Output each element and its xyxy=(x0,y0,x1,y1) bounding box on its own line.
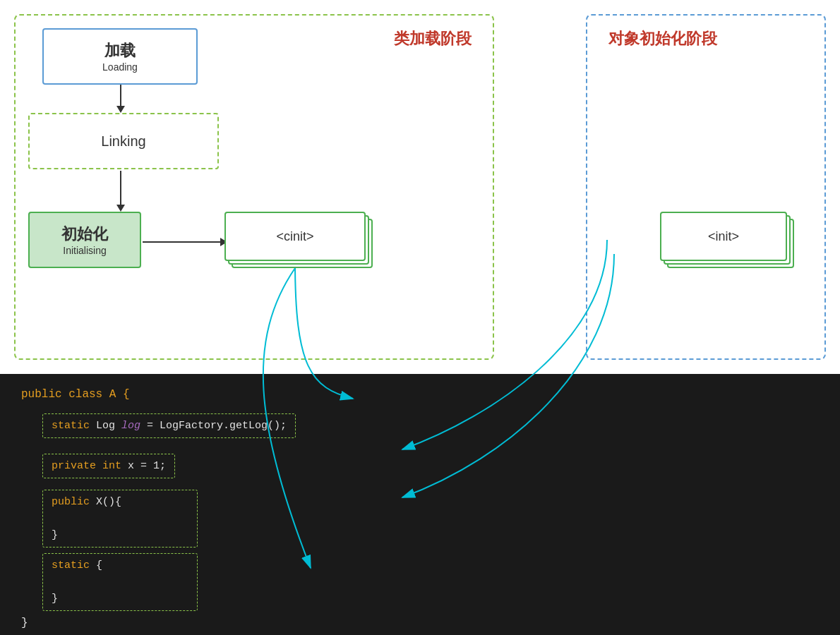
initialising-zh: 初始化 xyxy=(61,224,108,245)
object-init-stage: 对象初始化阶段 xyxy=(586,14,826,360)
code-instance-field-block: private int x = 1; xyxy=(42,448,819,484)
loading-en: Loading xyxy=(102,61,138,73)
arrow-loading-linking xyxy=(116,85,125,113)
code-static-block-wrapper: static { } xyxy=(42,553,819,611)
loading-zh: 加载 xyxy=(104,40,136,61)
cinit-label: <cinit> xyxy=(276,229,313,244)
code-inner: static Log log = LogFactory.getLog(); pr… xyxy=(42,408,819,611)
code-class-declaration: public class A { xyxy=(21,388,819,401)
init-label: <init> xyxy=(708,229,739,244)
class-loading-label: 类加载阶段 xyxy=(394,28,472,49)
code-instance-field: private int x = 1; xyxy=(42,454,175,478)
object-init-label: 对象初始化阶段 xyxy=(608,28,717,49)
arrow-linking-init xyxy=(116,171,125,212)
loading-box: 加载 Loading xyxy=(42,28,198,85)
arrow-init-cinit xyxy=(143,238,227,246)
code-static-block: static { } xyxy=(42,553,198,611)
init-box: <init> xyxy=(660,212,787,261)
diagram-container: 类加载阶段 对象初始化阶段 加载 Loading Linking 初始化 Ini… xyxy=(0,0,840,635)
linking-box: Linking xyxy=(28,113,219,169)
init-stack: <init> xyxy=(660,212,787,261)
linking-en: Linking xyxy=(101,133,145,150)
code-constructor: public X(){ } xyxy=(42,490,198,548)
code-static-field-block: static Log log = LogFactory.getLog(); xyxy=(42,408,819,444)
cinit-box: <cinit> xyxy=(224,212,366,261)
cinit-stack: <cinit> xyxy=(224,212,366,261)
initialising-box: 初始化 Initialising xyxy=(28,212,141,268)
code-closing: } xyxy=(21,617,819,629)
initialising-en: Initialising xyxy=(63,245,106,256)
code-constructor-block: public X(){ } xyxy=(42,490,819,548)
code-static-field: static Log log = LogFactory.getLog(); xyxy=(42,413,296,438)
code-section: public class A { static Log log = LogFac… xyxy=(0,374,840,635)
